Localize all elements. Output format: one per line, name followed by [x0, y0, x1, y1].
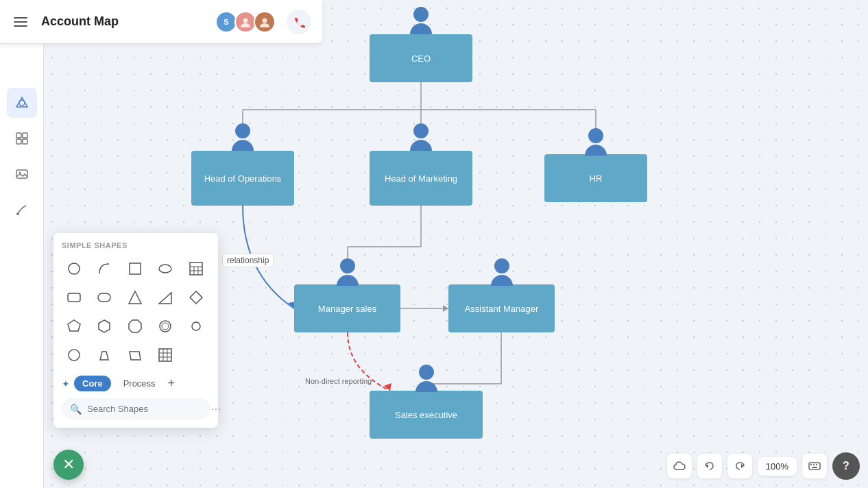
svg-rect-43 [98, 293, 110, 302]
svg-marker-33 [384, 383, 391, 391]
shape-trapezoid[interactable] [92, 343, 117, 367]
sidebar-draw-button[interactable] [7, 195, 37, 225]
svg-marker-45 [159, 293, 171, 304]
shape-table[interactable] [184, 256, 208, 281]
sales-exec-label: Sales executive [395, 410, 457, 420]
more-button[interactable]: ⋯ [210, 402, 221, 415]
svg-marker-55 [130, 352, 141, 360]
shape-rounded-rect[interactable] [62, 285, 86, 310]
header: Account Map S [0, 0, 322, 44]
shape-arc[interactable] [92, 256, 117, 281]
keyboard-button[interactable] [802, 454, 827, 478]
svg-point-36 [159, 265, 171, 273]
shape-right-triangle[interactable] [153, 285, 178, 310]
svg-rect-6 [23, 133, 27, 138]
tab-process[interactable]: Process [115, 376, 164, 391]
svg-rect-35 [130, 263, 141, 274]
help-button[interactable]: ? [832, 452, 860, 480]
page-title: Account Map [41, 14, 204, 29]
shape-circle-outline[interactable] [153, 314, 178, 339]
svg-point-11 [16, 212, 19, 215]
sidebar-grid-button[interactable] [7, 123, 37, 154]
manager-sales-node[interactable]: Manager sales [294, 284, 400, 332]
svg-rect-9 [16, 170, 27, 178]
ceo-node[interactable]: CEO [370, 34, 472, 82]
shape-grid[interactable] [153, 343, 178, 367]
svg-rect-42 [68, 293, 80, 302]
hr-label: HR [590, 173, 603, 184]
sales-exec-icon [415, 365, 437, 392]
svg-rect-37 [190, 263, 202, 275]
ceo-label: CEO [411, 53, 431, 64]
tab-add-button[interactable]: + [168, 376, 176, 391]
asst-manager-node[interactable]: Assistant Manager [448, 284, 555, 332]
shape-ellipse[interactable] [153, 256, 178, 281]
svg-rect-66 [816, 464, 817, 465]
svg-point-52 [192, 322, 200, 330]
asst-manager-label: Assistant Manager [465, 304, 539, 314]
undo-button[interactable] [697, 454, 722, 478]
shape-tabs-row: ✦ Core Process + [62, 376, 210, 391]
shape-rounded-rect2[interactable] [92, 285, 117, 310]
hamburger-button[interactable] [11, 14, 30, 29]
avatar-3 [254, 11, 276, 33]
hr-node[interactable]: HR [544, 154, 647, 202]
sales-exec-node[interactable]: Sales executive [370, 391, 483, 439]
shape-circle-small[interactable] [184, 314, 208, 339]
svg-point-53 [69, 350, 80, 361]
shapes-section-title: SIMPLE SHAPES [62, 241, 210, 249]
shapes-grid [62, 256, 210, 367]
svg-rect-65 [813, 464, 815, 465]
asst-manager-icon [491, 258, 513, 286]
svg-point-12 [243, 18, 248, 23]
svg-point-34 [69, 263, 80, 274]
svg-rect-67 [812, 467, 817, 468]
search-input[interactable] [87, 404, 202, 414]
head-ops-label: Head of Operations [204, 173, 282, 184]
manager-sales-label: Manager sales [318, 304, 376, 314]
svg-point-13 [263, 18, 267, 23]
svg-marker-54 [100, 352, 108, 360]
svg-point-10 [19, 172, 21, 174]
relationship-label: relationship [222, 254, 274, 267]
head-mkt-label: Head of Marketing [385, 173, 457, 184]
tab-core[interactable]: Core [74, 376, 111, 391]
sidebar-shapes-button[interactable] [7, 88, 37, 118]
shape-pentagon[interactable] [62, 314, 86, 339]
svg-point-50 [160, 321, 171, 332]
shape-octagon[interactable] [123, 314, 147, 339]
svg-rect-7 [16, 139, 21, 144]
svg-rect-8 [23, 139, 27, 144]
sidebar-image-button[interactable] [7, 159, 37, 189]
head-mkt-icon [410, 123, 432, 151]
search-icon: 🔍 [70, 404, 82, 415]
head-ops-icon [232, 123, 254, 151]
fab-button[interactable]: ✕ [53, 450, 84, 480]
svg-marker-47 [68, 320, 80, 331]
cloud-button[interactable] [667, 454, 692, 478]
svg-rect-64 [810, 464, 812, 465]
shape-triangle[interactable] [123, 285, 147, 310]
hr-icon [585, 128, 607, 156]
shape-parallelogram[interactable] [123, 343, 147, 367]
shapes-tab-icon: ✦ [62, 378, 70, 389]
svg-marker-48 [99, 320, 110, 332]
head-mkt-node[interactable]: Head of Marketing [370, 151, 472, 206]
ceo-person-icon [410, 7, 432, 34]
zoom-display: 100% [758, 457, 797, 476]
shape-hexagon[interactable] [92, 314, 117, 339]
redo-button[interactable] [727, 454, 752, 478]
call-button[interactable] [287, 10, 311, 34]
svg-marker-46 [190, 291, 202, 304]
head-ops-node[interactable]: Head of Operations [191, 151, 294, 206]
shape-circle2[interactable] [62, 343, 86, 367]
svg-point-51 [162, 323, 169, 330]
shape-diamond[interactable] [184, 285, 208, 310]
left-sidebar [0, 0, 44, 488]
bottom-toolbar: 100% ? [667, 452, 860, 480]
shape-circle[interactable] [62, 256, 86, 281]
shape-square[interactable] [123, 256, 147, 281]
search-row: 🔍 ⋯ [62, 398, 210, 419]
nondirect-label: Non-direct reporting [301, 376, 376, 387]
shapes-panel: SIMPLE SHAPES [53, 233, 218, 428]
